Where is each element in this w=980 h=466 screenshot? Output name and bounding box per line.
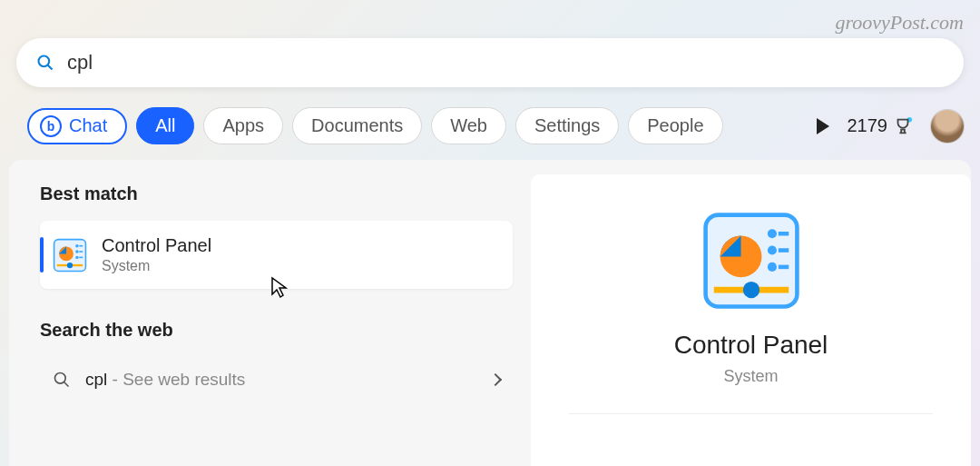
header-right: 2179 [817, 110, 965, 143]
svg-point-15 [767, 229, 776, 238]
divider [569, 413, 933, 414]
trophy-icon [893, 116, 913, 136]
svg-point-17 [767, 246, 776, 255]
watermark-text: groovyPost.com [835, 11, 964, 35]
web-hint: - See web results [107, 370, 245, 389]
svg-point-12 [55, 373, 66, 384]
svg-point-11 [67, 262, 73, 267]
rewards-points[interactable]: 2179 [848, 115, 914, 136]
filter-people[interactable]: People [628, 107, 722, 144]
user-avatar[interactable] [931, 110, 964, 143]
svg-point-22 [742, 282, 759, 298]
search-bar[interactable] [16, 38, 964, 87]
detail-title: Control Panel [674, 331, 828, 360]
chevron-right-icon [489, 373, 502, 386]
search-web-heading: Search the web [40, 320, 513, 341]
svg-point-19 [767, 263, 776, 272]
result-item-text: Control Panel System [102, 235, 211, 274]
result-title: Control Panel [102, 235, 211, 256]
chat-label: Chat [69, 115, 107, 136]
control-panel-icon [701, 211, 801, 311]
results-panel: Best match Control Panel System Search t… [9, 160, 971, 466]
search-icon [36, 54, 54, 72]
svg-point-4 [75, 243, 78, 246]
web-result-item[interactable]: cpl - See web results [40, 357, 513, 402]
filter-apps[interactable]: Apps [203, 107, 283, 144]
filter-row: b Chat All Apps Documents Web Settings P… [27, 107, 964, 144]
filter-web[interactable]: Web [431, 107, 506, 144]
points-value: 2179 [848, 115, 888, 136]
filter-documents[interactable]: Documents [292, 107, 422, 144]
search-icon [53, 371, 71, 389]
svg-line-13 [64, 382, 69, 387]
control-panel-icon [53, 238, 87, 273]
svg-point-8 [75, 255, 78, 258]
bing-icon: b [40, 115, 62, 137]
best-match-heading: Best match [40, 183, 513, 204]
more-filters-icon[interactable] [817, 118, 829, 134]
result-subtitle: System [102, 258, 211, 274]
filter-all[interactable]: All [136, 107, 194, 144]
detail-subtitle: System [723, 367, 778, 386]
svg-point-6 [75, 250, 78, 253]
result-item-control-panel[interactable]: Control Panel System [40, 221, 513, 289]
svg-point-0 [39, 56, 50, 67]
search-input[interactable] [67, 51, 944, 74]
chat-button[interactable]: b Chat [27, 108, 127, 144]
detail-pane: Control Panel System [531, 174, 971, 466]
web-result-text: cpl - See web results [85, 370, 245, 390]
web-query: cpl [85, 370, 107, 389]
svg-line-1 [48, 65, 53, 70]
results-left-column: Best match Control Panel System Search t… [9, 160, 522, 466]
filter-settings[interactable]: Settings [515, 107, 619, 144]
